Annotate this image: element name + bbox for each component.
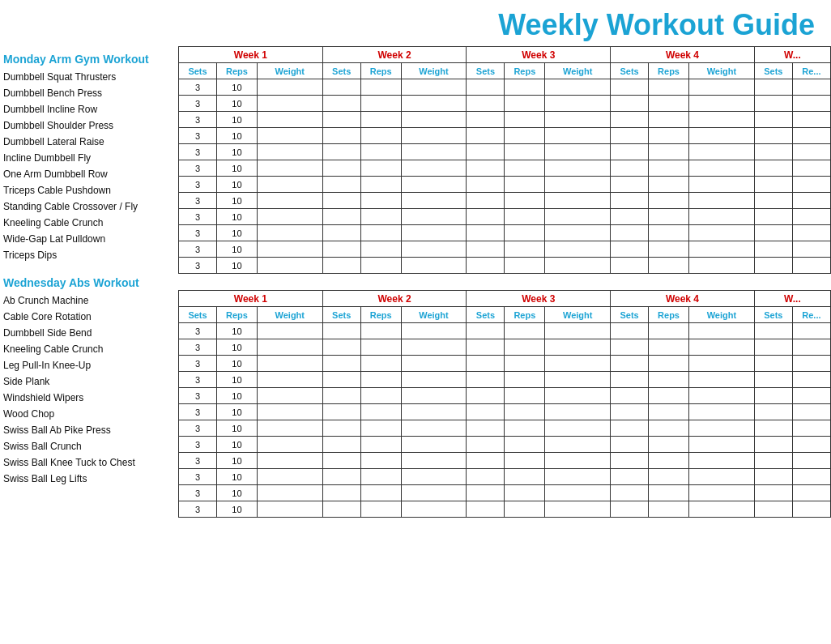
data-cell[interactable] [360, 372, 401, 388]
data-cell[interactable] [322, 241, 360, 258]
data-cell[interactable] [505, 144, 545, 160]
data-cell[interactable] [545, 356, 611, 372]
reps-cell[interactable]: 10 [217, 112, 258, 128]
data-cell[interactable] [505, 453, 545, 469]
data-cell[interactable] [792, 453, 830, 469]
data-cell[interactable] [545, 404, 611, 420]
data-cell[interactable] [792, 437, 830, 453]
data-cell[interactable] [322, 469, 360, 485]
data-cell[interactable] [505, 225, 545, 241]
data-cell[interactable] [688, 404, 754, 420]
data-cell[interactable] [611, 96, 649, 112]
data-cell[interactable] [545, 485, 611, 501]
data-cell[interactable] [688, 144, 754, 160]
data-cell[interactable] [649, 437, 689, 453]
data-cell[interactable] [688, 372, 754, 388]
data-cell[interactable] [505, 372, 545, 388]
data-cell[interactable] [467, 258, 505, 274]
data-cell[interactable] [467, 404, 505, 420]
data-cell[interactable] [792, 388, 830, 404]
data-cell[interactable] [257, 420, 322, 437]
data-cell[interactable] [545, 437, 611, 453]
data-cell[interactable] [545, 128, 611, 144]
data-cell[interactable] [688, 437, 754, 453]
data-cell[interactable] [401, 112, 467, 128]
data-cell[interactable] [545, 501, 611, 518]
data-cell[interactable] [545, 420, 611, 437]
data-cell[interactable] [754, 79, 792, 96]
data-cell[interactable] [401, 160, 467, 177]
data-cell[interactable] [322, 160, 360, 177]
data-cell[interactable] [688, 501, 754, 518]
data-cell[interactable] [467, 241, 505, 258]
data-cell[interactable] [467, 209, 505, 225]
data-cell[interactable] [467, 372, 505, 388]
data-cell[interactable] [505, 420, 545, 437]
data-cell[interactable] [649, 339, 689, 356]
data-cell[interactable] [401, 128, 467, 144]
data-cell[interactable] [360, 79, 401, 96]
data-cell[interactable] [401, 79, 467, 96]
data-cell[interactable] [649, 193, 689, 209]
data-cell[interactable] [792, 356, 830, 372]
data-cell[interactable] [688, 485, 754, 501]
data-cell[interactable] [754, 209, 792, 225]
sets-cell[interactable]: 3 [179, 453, 217, 469]
data-cell[interactable] [401, 96, 467, 112]
reps-cell[interactable]: 10 [217, 79, 258, 96]
data-cell[interactable] [360, 339, 401, 356]
data-cell[interactable] [688, 225, 754, 241]
data-cell[interactable] [257, 453, 322, 469]
data-cell[interactable] [467, 177, 505, 193]
data-cell[interactable] [505, 258, 545, 274]
data-cell[interactable] [754, 258, 792, 274]
data-cell[interactable] [360, 112, 401, 128]
data-cell[interactable] [360, 160, 401, 177]
data-cell[interactable] [257, 356, 322, 372]
data-cell[interactable] [467, 193, 505, 209]
data-cell[interactable] [257, 225, 322, 241]
data-cell[interactable] [505, 193, 545, 209]
reps-cell[interactable]: 10 [217, 323, 258, 339]
data-cell[interactable] [688, 128, 754, 144]
reps-cell[interactable]: 10 [217, 437, 258, 453]
data-cell[interactable] [257, 469, 322, 485]
data-cell[interactable] [611, 209, 649, 225]
data-cell[interactable] [545, 339, 611, 356]
data-cell[interactable] [257, 96, 322, 112]
data-cell[interactable] [257, 160, 322, 177]
data-cell[interactable] [649, 501, 689, 518]
data-cell[interactable] [322, 372, 360, 388]
data-cell[interactable] [649, 323, 689, 339]
reps-cell[interactable]: 10 [217, 241, 258, 258]
data-cell[interactable] [611, 356, 649, 372]
data-cell[interactable] [257, 144, 322, 160]
data-cell[interactable] [257, 323, 322, 339]
data-cell[interactable] [505, 241, 545, 258]
sets-cell[interactable]: 3 [179, 79, 217, 96]
data-cell[interactable] [649, 144, 689, 160]
reps-cell[interactable]: 10 [217, 177, 258, 193]
data-cell[interactable] [505, 79, 545, 96]
data-cell[interactable] [360, 388, 401, 404]
sets-cell[interactable]: 3 [179, 160, 217, 177]
reps-cell[interactable]: 10 [217, 485, 258, 501]
data-cell[interactable] [360, 437, 401, 453]
data-cell[interactable] [257, 485, 322, 501]
data-cell[interactable] [401, 469, 467, 485]
data-cell[interactable] [505, 485, 545, 501]
sets-cell[interactable]: 3 [179, 96, 217, 112]
sets-cell[interactable]: 3 [179, 469, 217, 485]
data-cell[interactable] [754, 469, 792, 485]
reps-cell[interactable]: 10 [217, 128, 258, 144]
data-cell[interactable] [688, 420, 754, 437]
data-cell[interactable] [360, 501, 401, 518]
data-cell[interactable] [688, 209, 754, 225]
data-cell[interactable] [257, 193, 322, 209]
data-cell[interactable] [322, 388, 360, 404]
data-cell[interactable] [467, 112, 505, 128]
data-cell[interactable] [322, 128, 360, 144]
data-cell[interactable] [505, 112, 545, 128]
data-cell[interactable] [545, 209, 611, 225]
data-cell[interactable] [401, 177, 467, 193]
